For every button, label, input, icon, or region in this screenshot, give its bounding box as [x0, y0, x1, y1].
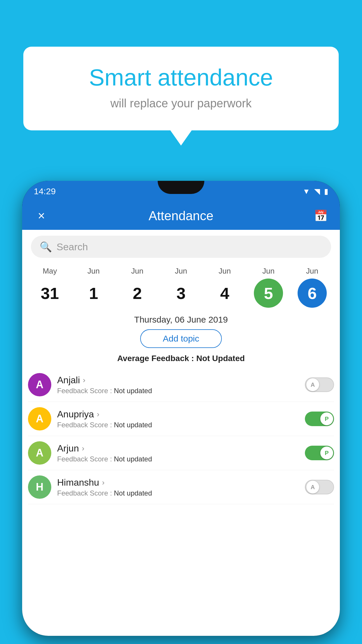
search-placeholder: Search	[57, 241, 88, 253]
student-info-arjun: Arjun › Feedback Score : Not updated	[57, 443, 305, 463]
avatar-arjun: A	[28, 441, 51, 465]
avg-feedback: Average Feedback : Not Updated	[22, 354, 340, 363]
cal-day-jun3[interactable]: Jun 3	[164, 267, 198, 308]
chevron-icon: ›	[82, 444, 85, 453]
student-row-anjali[interactable]: A Anjali › Feedback Score : Not updated …	[28, 368, 334, 402]
cal-day-may31[interactable]: May 31	[32, 267, 67, 308]
chevron-icon: ›	[97, 410, 99, 419]
student-name-himanshu: Himanshu ›	[57, 477, 305, 488]
selected-date: Thursday, 06 June 2019	[22, 315, 340, 325]
attendance-toggle-anjali[interactable]: A	[305, 377, 334, 392]
cal-day-jun2[interactable]: Jun 2	[120, 267, 155, 308]
calendar-icon-button[interactable]: 📅	[312, 209, 329, 222]
bubble-subtitle: will replace your paperwork	[47, 97, 315, 110]
phone-frame: 14:29 ▼ ◥ ▮ × Attendance 📅 🔍 Search Ma	[22, 181, 340, 636]
speech-bubble: Smart attendance will replace your paper…	[23, 47, 339, 130]
feedback-score-himanshu: Feedback Score : Not updated	[57, 489, 305, 497]
search-bar[interactable]: 🔍 Search	[31, 236, 331, 258]
chevron-icon: ›	[102, 478, 105, 487]
toggle-knob-anupriya: P	[320, 412, 333, 425]
app-bar-title: Attendance	[50, 209, 312, 223]
phone-wrapper: 14:29 ▼ ◥ ▮ × Attendance 📅 🔍 Search Ma	[22, 181, 340, 632]
app-bar: × Attendance 📅	[22, 202, 340, 230]
student-list: A Anjali › Feedback Score : Not updated …	[22, 368, 340, 504]
toggle-knob-arjun: P	[320, 447, 333, 459]
screen-content: 🔍 Search May 31 Jun 1 Jun 2 Jun	[22, 230, 340, 636]
wifi-icon: ▼	[303, 187, 310, 196]
feedback-score-anjali: Feedback Score : Not updated	[57, 387, 305, 395]
avatar-anjali: A	[28, 373, 51, 396]
search-icon: 🔍	[40, 241, 52, 253]
avatar-himanshu: H	[28, 475, 51, 499]
attendance-toggle-anupriya[interactable]: P	[305, 412, 334, 426]
cal-day-jun1[interactable]: Jun 1	[76, 267, 111, 308]
student-name-anupriya: Anupriya ›	[57, 409, 305, 420]
cal-day-jun5[interactable]: Jun 5	[251, 267, 286, 308]
chevron-icon: ›	[83, 376, 85, 385]
student-name-arjun: Arjun ›	[57, 443, 305, 454]
student-info-anupriya: Anupriya › Feedback Score : Not updated	[57, 409, 305, 429]
calendar-row: May 31 Jun 1 Jun 2 Jun 3 Jun 4	[22, 261, 340, 308]
signal-icon: ◥	[314, 187, 320, 196]
student-info-anjali: Anjali › Feedback Score : Not updated	[57, 375, 305, 395]
cal-day-jun4[interactable]: Jun 4	[207, 267, 242, 308]
status-icons: ▼ ◥ ▮	[303, 187, 328, 196]
student-row-himanshu[interactable]: H Himanshu › Feedback Score : Not update…	[28, 470, 334, 504]
toggle-knob-anjali: A	[306, 378, 319, 391]
close-button[interactable]: ×	[33, 209, 50, 223]
toggle-knob-himanshu: A	[306, 481, 319, 494]
battery-icon: ▮	[324, 187, 328, 196]
student-name-anjali: Anjali ›	[57, 375, 305, 386]
feedback-score-anupriya: Feedback Score : Not updated	[57, 421, 305, 429]
attendance-toggle-himanshu[interactable]: A	[305, 480, 334, 494]
status-time: 14:29	[34, 186, 56, 196]
phone-notch	[158, 181, 204, 194]
student-row-arjun[interactable]: A Arjun › Feedback Score : Not updated P	[28, 436, 334, 470]
student-info-himanshu: Himanshu › Feedback Score : Not updated	[57, 477, 305, 497]
cal-day-jun6[interactable]: Jun 6	[295, 267, 330, 308]
add-topic-button[interactable]: Add topic	[140, 329, 222, 348]
feedback-score-arjun: Feedback Score : Not updated	[57, 455, 305, 463]
student-row-anupriya[interactable]: A Anupriya › Feedback Score : Not update…	[28, 402, 334, 436]
avatar-anupriya: A	[28, 407, 51, 430]
bubble-title: Smart attendance	[47, 64, 315, 91]
attendance-toggle-arjun[interactable]: P	[305, 446, 334, 460]
